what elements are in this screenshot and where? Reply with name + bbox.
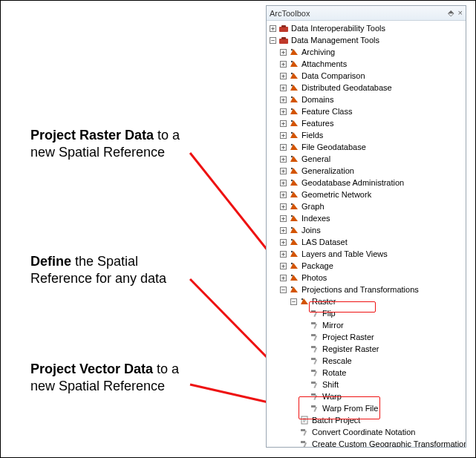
tree-item-data-interoperability[interactable]: + Data Interoperability Tools <box>270 22 464 34</box>
svg-rect-35 <box>311 346 316 348</box>
toolset-icon <box>289 142 299 152</box>
tree-item-data-management[interactable]: − Data Management Tools <box>270 34 464 46</box>
svg-rect-3 <box>279 27 288 32</box>
tool-convert-coord[interactable]: Convert Coordinate Notation <box>290 426 464 438</box>
svg-point-24 <box>291 251 293 252</box>
tree-item[interactable]: +Package <box>280 260 464 272</box>
hammer-icon <box>310 356 320 366</box>
data-management-children: +Archiving +Attachments +Data Comparison… <box>280 46 464 448</box>
expander-icon[interactable]: + <box>270 25 276 32</box>
svg-point-14 <box>291 132 293 134</box>
svg-point-11 <box>291 96 293 98</box>
close-icon[interactable]: × <box>458 8 463 18</box>
toolset-icon <box>289 177 299 188</box>
raster-children: Flip Mirror Project Raster Register Rast… <box>301 307 464 414</box>
tree-item[interactable]: +Geodatabase Administration <box>280 177 464 189</box>
svg-point-18 <box>291 180 293 181</box>
toolset-icon <box>289 237 299 247</box>
hammer-icon <box>310 320 320 330</box>
tree-item[interactable]: +Joins <box>280 224 464 236</box>
svg-point-17 <box>291 168 293 169</box>
toolset-icon <box>289 106 299 117</box>
svg-point-27 <box>291 287 293 288</box>
svg-point-12 <box>291 108 293 110</box>
hammer-icon <box>310 344 320 354</box>
toolset-icon <box>289 284 299 295</box>
svg-point-10 <box>291 85 293 86</box>
annotations-layer: Project Raster Data to a new Spatial Ref… <box>1 1 268 458</box>
svg-point-20 <box>291 203 293 205</box>
tree-item[interactable]: +Feature Class <box>280 105 464 117</box>
tree-item[interactable]: +General <box>280 153 464 165</box>
tree-item[interactable]: +Graph <box>280 200 464 212</box>
tree-item-projections[interactable]: −Projections and Transformations <box>280 284 464 295</box>
annotation-project-vector: Project Vector Data to a new Spatial Ref… <box>30 361 201 394</box>
titlebar: ArcToolbox ⬘ × <box>267 6 466 21</box>
toolbox-icon <box>278 35 289 45</box>
tool-project-raster[interactable]: Project Raster <box>301 331 464 343</box>
hammer-icon <box>310 308 320 318</box>
tree-item[interactable]: +Domains <box>280 94 464 105</box>
tool-create-custom[interactable]: Create Custom Geographic Transformation <box>290 438 464 448</box>
svg-rect-33 <box>311 334 316 336</box>
pin-icon[interactable]: ⬘ <box>448 8 454 18</box>
tree-item[interactable]: +Fields <box>280 129 464 141</box>
toolset-icon <box>289 118 299 128</box>
toolset-icon <box>289 59 299 69</box>
window-title: ArcToolbox <box>270 9 310 18</box>
arctoolbox-panel: ArcToolbox ⬘ × + Data Interoperability T… <box>266 5 466 448</box>
toolset-icon <box>289 47 299 57</box>
svg-rect-41 <box>311 382 316 384</box>
svg-rect-48 <box>301 429 305 431</box>
tool-shift[interactable]: Shift <box>301 379 464 390</box>
tool-rotate[interactable]: Rotate <box>301 367 464 379</box>
tree-item[interactable]: +LAS Dataset <box>280 236 464 248</box>
tool-flip[interactable]: Flip <box>301 307 464 319</box>
tool-register-raster[interactable]: Register Raster <box>301 343 464 355</box>
toolset-icon <box>289 189 299 200</box>
svg-rect-50 <box>301 441 305 443</box>
svg-point-23 <box>291 239 293 241</box>
hammer-icon <box>299 439 310 448</box>
tool-rescale[interactable]: Rescale <box>301 355 464 367</box>
svg-rect-6 <box>281 37 286 39</box>
svg-point-28 <box>301 298 303 300</box>
tree-item[interactable]: +Geometric Network <box>280 189 464 200</box>
annotation-project-raster: Project Raster Data to a new Spatial Ref… <box>30 127 201 160</box>
toolset-icon <box>289 213 299 223</box>
tree-item[interactable]: +File Geodatabase <box>280 141 464 153</box>
svg-point-22 <box>291 227 293 229</box>
tree-item[interactable]: +Features <box>280 117 464 129</box>
hammer-icon <box>310 367 320 378</box>
tool-mirror[interactable]: Mirror <box>301 319 464 331</box>
toolset-icon <box>289 166 299 176</box>
svg-rect-45 <box>311 405 316 408</box>
tool-warp-from-file[interactable]: Warp From File <box>301 402 464 414</box>
expander-icon[interactable]: − <box>270 37 276 44</box>
tree-item[interactable]: +Distributed Geodatabase <box>280 82 464 94</box>
toolset-icon <box>289 201 299 212</box>
tool-batch-project[interactable]: Batch Project <box>290 414 464 426</box>
svg-rect-4 <box>281 25 286 27</box>
tree-item[interactable]: +Archiving <box>280 46 464 58</box>
toolset-icon <box>299 296 310 307</box>
tool-warp[interactable]: Warp <box>301 390 464 402</box>
tree-item-raster-toolset[interactable]: −Raster <box>290 295 464 307</box>
svg-point-13 <box>291 120 293 122</box>
tree-item[interactable]: +Data Comparison <box>280 70 464 82</box>
hammer-icon <box>310 391 320 402</box>
toolset-icon <box>289 71 299 81</box>
toolset-icon <box>289 249 299 259</box>
tree-item[interactable]: +Attachments <box>280 58 464 70</box>
toolset-icon <box>289 130 299 140</box>
tree-item[interactable]: +Generalization <box>280 165 464 177</box>
svg-point-19 <box>291 192 293 193</box>
svg-point-7 <box>291 49 293 50</box>
toolset-icon <box>289 272 299 283</box>
tree-item[interactable]: +Indexes <box>280 212 464 224</box>
tree[interactable]: + Data Interoperability Tools − Data Man… <box>267 21 466 448</box>
svg-rect-31 <box>311 322 316 324</box>
svg-point-21 <box>291 215 293 217</box>
tree-item[interactable]: +Photos <box>280 272 464 284</box>
tree-item[interactable]: +Layers and Table Views <box>280 248 464 260</box>
